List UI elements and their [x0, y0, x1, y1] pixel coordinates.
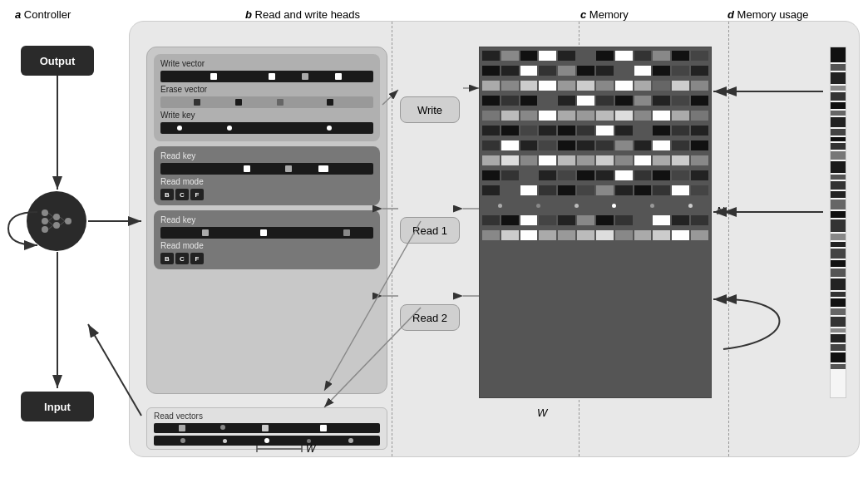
mode-f-2: F — [190, 253, 204, 264]
write-vector-label: Write vector — [160, 59, 373, 68]
read-vectors-label: Read vectors — [154, 411, 380, 421]
usage-bar — [830, 47, 846, 398]
svg-line-11 — [48, 221, 53, 225]
w-bracket-svg — [254, 443, 304, 455]
section-b-label: b Read and write heads — [245, 8, 360, 21]
read-mode-2-badges: B C F — [160, 253, 373, 264]
read-mode-1-label: Read mode — [160, 177, 373, 186]
write-head-group: Write vector Erase vector Write key — [154, 54, 380, 141]
read-key-2-label: Read key — [160, 215, 373, 224]
rw-heads-panel: Write vector Erase vector Write key — [146, 47, 387, 394]
erase-vector-bar — [160, 96, 373, 108]
read-head-2-group: Read key Read mode B C F — [154, 210, 380, 269]
w-label-vectors: W — [254, 443, 315, 455]
write-key-bar — [160, 122, 373, 134]
read2-button[interactable]: Read 2 — [400, 304, 460, 331]
read1-button[interactable]: Read 1 — [400, 217, 460, 244]
output-box: Output — [21, 46, 94, 76]
read-key-1-label: Read key — [160, 151, 373, 160]
mode-f-1: F — [190, 189, 204, 200]
svg-point-3 — [42, 209, 48, 216]
n-label: N — [717, 205, 724, 217]
w-label-memory: W — [537, 407, 547, 419]
write-key-label: Write key — [160, 111, 373, 120]
input-box: Input — [21, 392, 94, 421]
erase-vector-label: Erase vector — [160, 85, 373, 94]
svg-line-10 — [48, 217, 53, 221]
nn-icon — [38, 203, 75, 239]
memory-grid — [479, 47, 712, 398]
mode-c-2: C — [175, 253, 189, 264]
svg-line-9 — [48, 213, 53, 217]
read-key-1-bar — [160, 163, 373, 175]
main-panel: Write vector Erase vector Write key — [129, 21, 860, 457]
mode-c-1: C — [175, 189, 189, 200]
read-key-2-bar — [160, 227, 373, 239]
mode-b-2: B — [160, 253, 174, 264]
read-head-1-group: Read key Read mode B C F — [154, 146, 380, 205]
read-mode-2-label: Read mode — [160, 241, 373, 250]
svg-line-12 — [48, 225, 53, 229]
divider-1 — [392, 22, 392, 456]
section-c-label: c Memory — [580, 8, 629, 21]
svg-point-5 — [42, 226, 48, 233]
svg-line-14 — [60, 221, 65, 225]
mode-b-1: B — [160, 189, 174, 200]
section-a-label: a Controller — [15, 8, 71, 21]
divider-3 — [728, 22, 729, 456]
write-button[interactable]: Write — [400, 96, 460, 123]
svg-line-13 — [60, 217, 65, 221]
svg-point-4 — [42, 218, 48, 224]
svg-point-8 — [65, 218, 72, 224]
svg-point-7 — [53, 222, 60, 229]
diagram-container: a Controller b Read and write heads c Me… — [0, 0, 868, 478]
svg-point-6 — [53, 214, 60, 220]
read-mode-1-badges: B C F — [160, 189, 373, 200]
write-vector-bar — [160, 71, 373, 82]
controller-circle — [27, 191, 86, 251]
